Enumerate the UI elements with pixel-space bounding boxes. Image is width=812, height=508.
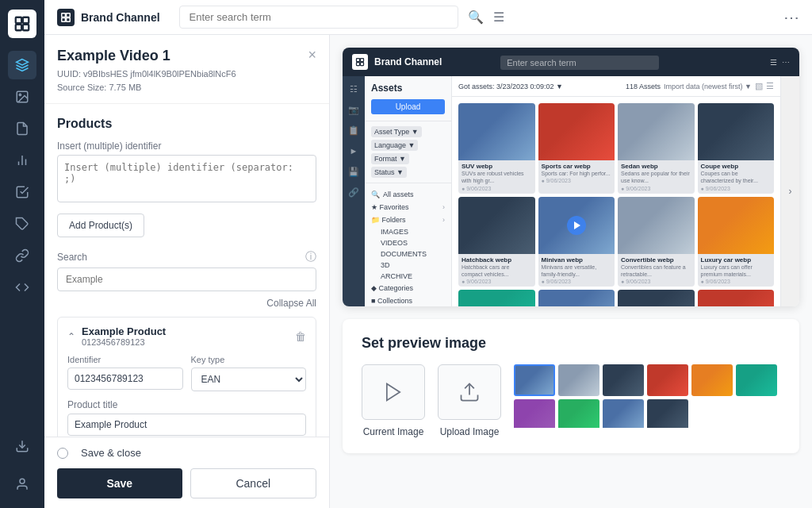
top-bar: Brand Channel 🔍 ☰ ⋯ xyxy=(44,0,812,35)
identifier-field-input[interactable] xyxy=(67,368,183,390)
delete-product-icon[interactable]: 🗑 xyxy=(295,330,306,343)
nav-download-icon[interactable] xyxy=(8,432,36,460)
nav-user-icon[interactable] xyxy=(8,470,36,498)
nav-analytics-icon[interactable] xyxy=(8,146,36,175)
nav-favorites[interactable]: ★ Favorites› xyxy=(365,201,451,214)
asset-card[interactable]: Sports car webp Sports car: For high per… xyxy=(538,103,615,194)
nav-collections[interactable]: ■ Collections xyxy=(365,294,451,306)
filter-language[interactable]: Language ▼ xyxy=(371,140,418,151)
product-title-input[interactable] xyxy=(67,414,306,436)
asset-thumb xyxy=(698,290,775,306)
thumb-8[interactable] xyxy=(558,399,599,428)
grid-area: Got assets: 3/23/2023 0:09:02 ▼ 118 Asse… xyxy=(452,76,780,306)
inner-nav-2[interactable]: 📷 xyxy=(346,102,362,117)
asset-card[interactable]: Convertible webp Convertibles can featur… xyxy=(618,197,695,287)
product-id: 0123456789123 xyxy=(82,337,166,347)
nav-3d[interactable]: 3D xyxy=(365,260,451,271)
thumb-6[interactable] xyxy=(736,364,777,396)
asset-card[interactable]: Coupe webp Coupes can be characterized b… xyxy=(698,103,775,194)
nav-link-icon[interactable] xyxy=(8,241,36,270)
panel-header: Example Video 1 × UUID: v9BIbsHES jfm0l4… xyxy=(44,35,329,104)
asset-card[interactable]: Crossover webp Crossovers combine the at… xyxy=(458,290,535,306)
asset-date: ● 9/06/2023 xyxy=(542,178,612,183)
asset-thumb xyxy=(618,290,695,306)
panel-close-button[interactable]: × xyxy=(308,48,316,62)
search-input[interactable] xyxy=(179,6,458,29)
asset-thumb xyxy=(458,197,535,254)
inner-top-bar: Brand Channel ☰ ⋯ xyxy=(343,48,799,76)
collapse-all-button[interactable]: Collapse All xyxy=(266,298,316,309)
thumb-3[interactable] xyxy=(603,364,644,396)
asset-date: ● 9/06/2023 xyxy=(542,279,612,284)
panel-footer: Save & close Save Cancel xyxy=(44,437,329,508)
thumb-2[interactable] xyxy=(558,364,599,396)
upload-image-option[interactable]: Upload Image xyxy=(438,364,501,437)
next-page-button[interactable]: › xyxy=(780,76,799,306)
key-type-select[interactable]: EAN UPC ISBN GTIN xyxy=(191,368,307,391)
asset-info: Sedan webp Sedans are popular for their … xyxy=(618,160,695,193)
save-button[interactable]: Save xyxy=(57,468,182,498)
cancel-button[interactable]: Cancel xyxy=(190,468,317,498)
asset-card[interactable]: SUV webp SUVs are robust vehicles with h… xyxy=(458,103,535,194)
nav-folders[interactable]: 📁 Folders› xyxy=(365,214,451,226)
inner-search-input[interactable] xyxy=(500,56,659,70)
asset-card[interactable]: Minivan webp Minivans are versatile, fam… xyxy=(538,197,615,287)
chevron-icon[interactable]: ⌃ xyxy=(67,331,75,342)
asset-card[interactable]: Luxury car webp Luxury cars can offer pr… xyxy=(698,197,775,287)
save-close-checkbox[interactable] xyxy=(57,448,68,459)
nav-layers-icon[interactable] xyxy=(8,51,36,79)
thumb-7[interactable] xyxy=(514,399,555,428)
nav-all-assets[interactable]: 🔍 All assets xyxy=(365,188,451,201)
nav-archive[interactable]: ARCHIVE xyxy=(365,271,451,282)
inner-nav-4[interactable]: ► xyxy=(346,143,362,159)
thumb-10[interactable] xyxy=(647,399,688,428)
nav-documents[interactable]: DOCUMENTS xyxy=(365,248,451,260)
nav-image-icon[interactable] xyxy=(8,83,36,111)
nav-tag-icon[interactable] xyxy=(8,210,36,238)
svg-rect-20 xyxy=(361,63,364,66)
filter-status[interactable]: Status ▼ xyxy=(371,167,407,178)
identifier-textarea[interactable] xyxy=(57,155,316,202)
thumb-4[interactable] xyxy=(647,364,688,396)
nav-check-icon[interactable] xyxy=(8,178,36,206)
list-view-icon[interactable]: ☰ xyxy=(766,81,774,91)
import-btn[interactable]: Import data (newest first) ▼ xyxy=(664,83,752,90)
add-products-button[interactable]: Add Product(s) xyxy=(57,214,144,237)
inner-menu-icon[interactable]: ⋯ xyxy=(782,58,790,67)
grid-view-icon[interactable]: ▧ xyxy=(755,81,763,91)
key-type-field-group: Key type EAN UPC ISBN GTIN xyxy=(191,355,307,391)
filter-asset-type[interactable]: Asset Type ▼ xyxy=(371,126,422,137)
menu-icon[interactable]: ⋯ xyxy=(783,8,799,27)
inner-filter-icon[interactable]: ☰ xyxy=(770,58,777,67)
upload-button[interactable]: Upload xyxy=(371,99,445,114)
inner-nav-5[interactable]: 💾 xyxy=(346,164,362,179)
inner-nav-6[interactable]: 🔗 xyxy=(346,184,362,200)
inner-nav-1[interactable]: ☷ xyxy=(346,81,362,97)
asset-card[interactable]: Station wagon webp Station wagons are ex… xyxy=(538,290,615,306)
svg-rect-16 xyxy=(67,17,71,21)
search-icon[interactable]: 🔍 xyxy=(468,10,484,25)
search-container xyxy=(179,6,458,29)
asset-card[interactable]: Pickup truck webp Pickup trucks are robu… xyxy=(698,290,775,306)
current-image-option[interactable]: Current Image xyxy=(362,364,425,437)
asset-card[interactable]: Sedan webp Sedans are popular for their … xyxy=(618,103,695,194)
app-logo[interactable] xyxy=(8,10,36,38)
nav-file-icon[interactable] xyxy=(8,114,36,143)
filter-format[interactable]: Format ▼ xyxy=(371,153,409,164)
svg-marker-4 xyxy=(17,60,29,66)
product-name: Example Product xyxy=(82,325,166,337)
thumb-1[interactable] xyxy=(514,364,555,396)
asset-name: Hatchback webp xyxy=(462,256,532,264)
nav-code-icon[interactable] xyxy=(8,273,36,302)
thumb-9[interactable] xyxy=(603,399,644,428)
nav-videos[interactable]: VIDEOS xyxy=(365,237,451,248)
asset-card[interactable]: Hatchback webp Hatchback cars are compac… xyxy=(458,197,535,287)
asset-desc: Luxury cars can offer premium materials.… xyxy=(701,264,772,278)
inner-nav-3[interactable]: 📋 xyxy=(346,122,362,138)
filter-icon[interactable]: ☰ xyxy=(493,10,504,25)
nav-categories[interactable]: ◆ Categories xyxy=(365,282,451,294)
nav-images[interactable]: IMAGES xyxy=(365,226,451,237)
asset-card[interactable]: Performance car webp Performance cars ar… xyxy=(618,290,695,306)
thumb-5[interactable] xyxy=(691,364,733,396)
product-search-input[interactable] xyxy=(57,267,316,291)
